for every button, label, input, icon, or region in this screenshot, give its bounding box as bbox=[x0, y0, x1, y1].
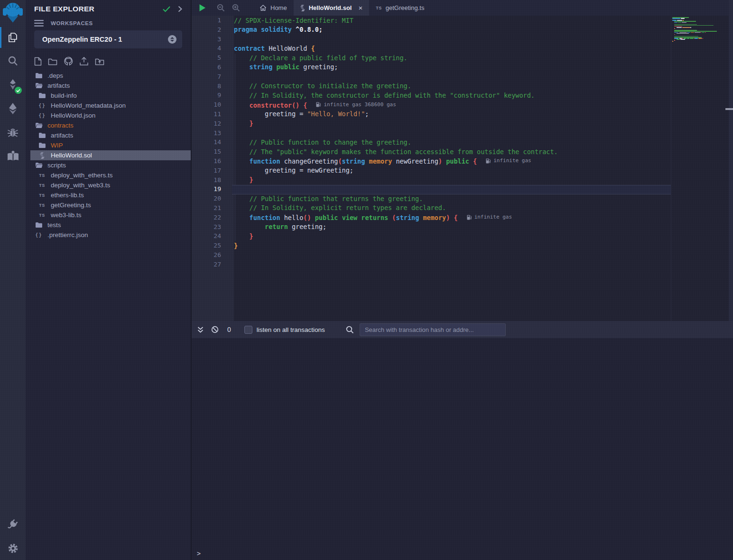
tree-item-artifacts[interactable]: artifacts bbox=[26, 81, 191, 91]
minimap-line-segment bbox=[681, 18, 685, 19]
gas-estimate-widget[interactable]: infinite gas bbox=[467, 212, 512, 222]
sidebar-item-search[interactable] bbox=[0, 49, 26, 73]
minimap-line-segment bbox=[703, 38, 704, 39]
editor-scrollbar[interactable] bbox=[729, 0, 733, 321]
minimap-border bbox=[671, 16, 671, 321]
minimap-line-segment bbox=[674, 24, 696, 25]
tab-getgreeting-ts[interactable]: TSgetGreeting.ts bbox=[369, 0, 431, 16]
tree-item-helloworld-json[interactable]: {}HelloWorld.json bbox=[26, 110, 191, 120]
line-number: 22 bbox=[192, 213, 234, 222]
tree-item-getgreeting-ts[interactable]: TSgetGreeting.ts bbox=[26, 200, 191, 210]
plug-icon bbox=[7, 518, 19, 531]
tab-label: Home bbox=[270, 4, 287, 11]
tree-item-build-info[interactable]: build-info bbox=[26, 91, 191, 101]
tree-item-tests[interactable]: tests bbox=[26, 220, 191, 230]
sidebar-item-settings[interactable] bbox=[0, 536, 26, 560]
ts-icon: TS bbox=[38, 203, 46, 208]
hamburger-menu-icon[interactable] bbox=[34, 20, 44, 27]
tree-item-label: web3-lib.ts bbox=[51, 211, 82, 219]
tree-item-label: contracts bbox=[47, 122, 74, 129]
tree-item-contracts[interactable]: contracts bbox=[26, 120, 191, 130]
tree-item--deps[interactable]: .deps bbox=[26, 71, 191, 81]
sidebar-item-plugin-manager[interactable] bbox=[0, 513, 26, 536]
tree-item-helloworld-metadata-json[interactable]: {}HelloWorld_metadata.json bbox=[26, 101, 191, 110]
tree-item-label: artifacts bbox=[47, 82, 70, 89]
bug-icon bbox=[7, 126, 19, 138]
listen-transactions-checkbox[interactable] bbox=[244, 326, 252, 334]
clear-console-button[interactable] bbox=[211, 326, 219, 333]
folder-open-icon bbox=[35, 83, 43, 89]
book-icon bbox=[7, 150, 19, 162]
sidebar-item-deploy-run[interactable] bbox=[0, 97, 26, 120]
panel-header: FILE EXPLORER bbox=[26, 0, 191, 13]
minimap-line-segment bbox=[674, 28, 675, 29]
tree-item-web3-lib-ts[interactable]: TSweb3-lib.ts bbox=[26, 210, 191, 220]
tab-home[interactable]: Home bbox=[253, 0, 294, 16]
upload-file-icon[interactable] bbox=[79, 57, 89, 66]
tree-item-label: getGreeting.ts bbox=[51, 202, 91, 209]
tree-item-deploy-with-ethers-ts[interactable]: TSdeploy_with_ethers.ts bbox=[26, 170, 191, 180]
upload-folder-icon[interactable] bbox=[95, 57, 104, 65]
tree-item-label: build-info bbox=[51, 92, 77, 99]
minimap-line-segment bbox=[682, 27, 690, 28]
zoom-out-button[interactable] bbox=[217, 4, 225, 12]
minimap-line-segment bbox=[695, 32, 700, 33]
tree-item-label: HelloWorld_metadata.json bbox=[51, 102, 126, 109]
tree-item-artifacts[interactable]: artifacts bbox=[26, 130, 191, 140]
expand-terminal-button[interactable] bbox=[197, 326, 204, 333]
tree-item-label: artifacts bbox=[51, 132, 73, 139]
tree-item-deploy-with-web3-ts[interactable]: TSdeploy_with_web3.ts bbox=[26, 180, 191, 190]
tree-item-label: tests bbox=[47, 221, 61, 229]
gas-estimate-widget[interactable]: infinite gas 368600 gas bbox=[316, 100, 396, 110]
ts-icon: TS bbox=[38, 183, 46, 188]
code-line-25: } bbox=[234, 241, 671, 251]
code-line-22: function hello() public view returns (st… bbox=[234, 213, 671, 222]
close-icon[interactable]: × bbox=[358, 4, 362, 12]
file-explorer-panel: FILE EXPLORER WORKSPACES OpenZeppelin ER… bbox=[26, 0, 191, 560]
code-line-12: } bbox=[234, 119, 671, 129]
code-line-7 bbox=[234, 72, 671, 82]
workspace-selected-value: OpenZeppelin ERC20 - 1 bbox=[42, 36, 168, 43]
activity-bar-bottom bbox=[0, 513, 26, 560]
editor-scrollbar-thumb[interactable] bbox=[725, 108, 733, 110]
minimap-line-segment bbox=[705, 32, 706, 33]
zoom-in-button[interactable] bbox=[232, 4, 240, 12]
zoom-out-icon bbox=[217, 4, 225, 12]
tree-item-scripts[interactable]: scripts bbox=[26, 160, 191, 170]
minimap[interactable] bbox=[672, 17, 722, 46]
tree-item-wip[interactable]: WIP bbox=[26, 140, 191, 150]
new-file-icon[interactable] bbox=[34, 57, 42, 66]
terminal-content[interactable]: > bbox=[192, 338, 733, 560]
code-line-21: // In Solidity, explicit return types ar… bbox=[234, 203, 671, 213]
sidebar-item-solidity-compiler[interactable] bbox=[0, 73, 26, 97]
line-number: 13 bbox=[192, 129, 234, 138]
sidebar-item-file-explorer[interactable] bbox=[0, 26, 26, 49]
line-number: 23 bbox=[192, 222, 234, 232]
run-script-button[interactable] bbox=[199, 4, 206, 12]
remix-logo-icon bbox=[3, 2, 23, 24]
tree-item-label: HelloWorld.json bbox=[51, 112, 95, 119]
code-line-19 bbox=[232, 185, 671, 194]
tree-item-label: deploy_with_web3.ts bbox=[51, 182, 110, 189]
compiler-success-badge bbox=[15, 87, 22, 94]
gas-estimate-widget[interactable]: infinite gas bbox=[486, 156, 531, 165]
minimap-line-segment bbox=[674, 32, 678, 33]
code-editor[interactable]: 1234567891011121314151617181920212223242… bbox=[192, 16, 733, 321]
tree-item-label: .prettierrc.json bbox=[47, 231, 88, 239]
tab-helloworld-sol[interactable]: HelloWorld.sol× bbox=[294, 0, 370, 16]
listen-transactions-label: listen on all transactions bbox=[257, 326, 325, 333]
ts-icon: TS bbox=[38, 193, 46, 198]
minimap-line-segment bbox=[677, 27, 682, 28]
collapse-chevron-icon[interactable] bbox=[178, 6, 182, 12]
tree-item-helloworld-sol[interactable]: HelloWorld.sol bbox=[30, 150, 191, 160]
new-folder-icon[interactable] bbox=[48, 57, 57, 65]
tree-item--prettierrc-json[interactable]: {}.prettierrc.json bbox=[26, 230, 191, 240]
transaction-search-input[interactable] bbox=[360, 323, 506, 336]
sidebar-item-debugger[interactable] bbox=[0, 120, 26, 144]
remix-logo[interactable] bbox=[0, 0, 26, 26]
github-icon[interactable] bbox=[64, 56, 73, 66]
folder-icon bbox=[38, 92, 46, 99]
tree-item-ethers-lib-ts[interactable]: TSethers-lib.ts bbox=[26, 190, 191, 200]
sidebar-item-learneth[interactable] bbox=[0, 144, 26, 168]
workspace-select[interactable]: OpenZeppelin ERC20 - 1 bbox=[34, 30, 182, 48]
